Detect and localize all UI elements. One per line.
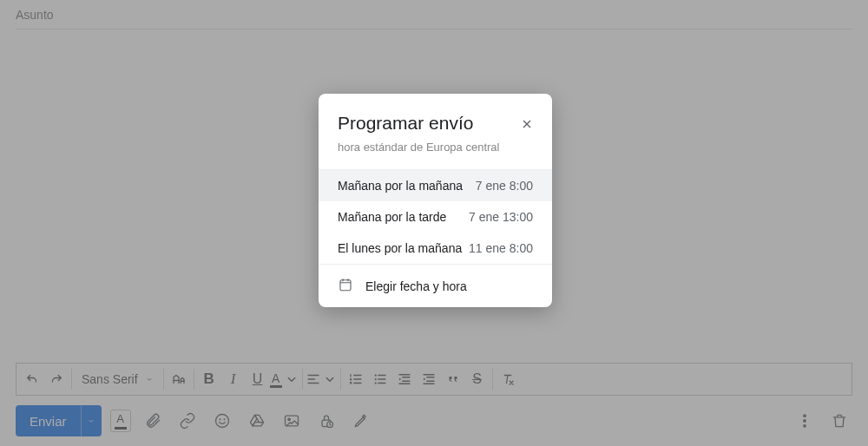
schedule-send-dialog: Programar envío hora estándar de Europa …: [319, 94, 552, 307]
schedule-option-time: 7 ene 13:00: [469, 210, 533, 224]
svg-rect-13: [340, 280, 351, 291]
schedule-option-2[interactable]: Mañana por la tarde 7 ene 13:00: [319, 201, 552, 233]
schedule-option-label: Mañana por la mañana: [338, 179, 463, 193]
dialog-subtitle: hora estándar de Europa central: [338, 141, 533, 154]
pick-date-time-button[interactable]: Elegir fecha y hora: [319, 264, 552, 307]
schedule-option-time: 7 ene 8:00: [476, 179, 533, 193]
close-icon[interactable]: [514, 111, 540, 137]
calendar-icon: [338, 277, 353, 295]
schedule-option-1[interactable]: Mañana por la mañana 7 ene 8:00: [319, 169, 552, 201]
schedule-option-label: El lunes por la mañana: [338, 241, 462, 255]
schedule-option-3[interactable]: El lunes por la mañana 11 ene 8:00: [319, 233, 552, 264]
schedule-option-time: 11 ene 8:00: [469, 241, 533, 255]
schedule-option-label: Mañana por la tarde: [338, 210, 446, 224]
dialog-title: Programar envío: [338, 113, 533, 134]
pick-date-time-label: Elegir fecha y hora: [365, 279, 467, 293]
